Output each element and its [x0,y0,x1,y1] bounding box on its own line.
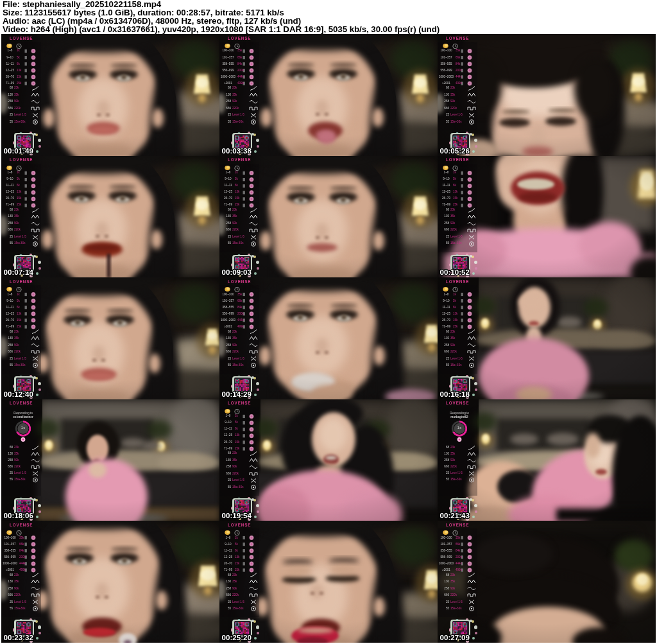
svg-text:00:19:54: 00:19:54 [222,511,252,519]
svg-text:00:14:29: 00:14:29 [222,390,252,398]
svg-text:00:25:20: 00:25:20 [222,633,252,641]
svg-text:00:23:32: 00:23:32 [4,633,33,641]
svg-text:00:10:52: 00:10:52 [440,268,470,276]
svg-text:00:05:26: 00:05:26 [440,146,470,155]
svg-text:00:07:14: 00:07:14 [4,268,34,276]
svg-text:00:18:06: 00:18:06 [4,511,34,519]
svg-text:00:01:49: 00:01:49 [4,146,34,155]
svg-text:00:27:09: 00:27:09 [440,633,470,641]
svg-text:00:21:43: 00:21:43 [440,511,470,519]
svg-text:00:03:38: 00:03:38 [222,146,252,155]
svg-text:00:09:03: 00:09:03 [222,268,252,276]
svg-text:00:12:40: 00:12:40 [4,390,33,398]
svg-text:00:16:18: 00:16:18 [440,390,470,398]
